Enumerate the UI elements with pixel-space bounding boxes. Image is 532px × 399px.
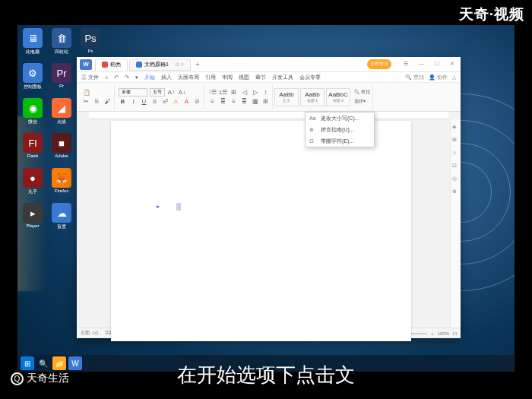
page-count: 页面: 1/1 [81, 330, 99, 337]
close-button[interactable]: ✕ [447, 59, 458, 69]
menu-item[interactable]: 开发工具 [272, 74, 293, 81]
wps-logo-icon: W [80, 59, 92, 70]
size-select[interactable]: 五号 [150, 88, 165, 97]
style-preset[interactable]: AaBb标题 1 [300, 88, 325, 106]
shading[interactable]: ▦ [251, 97, 259, 106]
menu-item[interactable]: 章节 [255, 74, 266, 81]
page[interactable]: ▸ [111, 121, 411, 341]
maximize-button[interactable]: ☐ [432, 59, 442, 69]
inc-indent[interactable]: ▷ [251, 88, 259, 97]
dropdown-item[interactable]: Aa更改大小写(C)... [306, 112, 374, 124]
menu-item[interactable]: 三 文件 [81, 74, 99, 81]
wps-titlebar: W 稻壳 文档原稿1⊙ × + 立即登录 ☰ — ☐ ✕ [77, 57, 461, 72]
menu-item[interactable]: ↶ [114, 74, 119, 81]
desktop-icon[interactable]: 🖥此电脑 [19, 28, 46, 59]
underline-button[interactable]: U [140, 97, 148, 106]
desktop-icon[interactable]: ☁百度 [48, 203, 75, 233]
multi-list[interactable]: ⊞ [230, 88, 238, 97]
cut-button[interactable]: ✂ [82, 97, 90, 106]
wps-window: W 稻壳 文档原稿1⊙ × + 立即登录 ☰ — ☐ ✕ 三 文件⌂↶↷▾开始插… [77, 57, 461, 338]
desktop-icon[interactable]: 🗑回收站 [48, 28, 75, 59]
menu-item[interactable]: ▾ [135, 74, 138, 81]
tab-add[interactable]: + [192, 60, 203, 68]
desktop-icon[interactable]: FlFlash [19, 133, 46, 163]
align-left[interactable]: ≡ [208, 97, 217, 106]
wps-menubar: 三 文件⌂↶↷▾开始插入页面布局引用审阅视图章节开发工具会员专享 🔍 查找 👤 … [77, 72, 461, 83]
monitor-frame: 🖥此电脑🗑回收站PsPs⚙控制面板PrPr🐧腾讯QQ◉微信◢火绒♪网易云FlFl… [6, 4, 526, 385]
strike-button[interactable]: S [150, 97, 159, 106]
side-tool-icon[interactable]: ⊞ [452, 137, 459, 144]
style-preset[interactable]: AaBb正文 [274, 88, 299, 106]
clear-format[interactable]: ⊘ [193, 97, 201, 106]
menu-item[interactable]: ↷ [125, 74, 129, 81]
menu-item[interactable]: 引用 [205, 74, 216, 81]
share-icon[interactable]: △ [452, 74, 456, 81]
menu-icon[interactable]: ☰ [401, 59, 411, 69]
desktop-icon[interactable]: PrPr [48, 63, 75, 93]
menu-item[interactable]: ⌂ [105, 74, 108, 80]
premium-badge[interactable]: 立即登录 [367, 59, 391, 69]
desktop-icon[interactable]: ●丸子 [19, 168, 46, 198]
watermark-logo-icon: Q [11, 372, 24, 385]
tab-document[interactable]: 文档原稿1⊙ × [129, 59, 191, 71]
bullet-list[interactable]: ⁝☰ [208, 88, 217, 97]
desktop-icon[interactable]: ◉微信 [19, 98, 46, 128]
paste-button[interactable]: 📋 [82, 88, 90, 97]
italic-button[interactable]: I [129, 97, 138, 106]
wps-ribbon: 📋 ✂ ⎘ 🖌 宋体 五号 A↑ A↓ B [77, 83, 461, 112]
subtitle-caption: 在开始选项下点击文 [0, 362, 532, 388]
dec-indent[interactable]: ◁ [240, 88, 249, 97]
desktop-icon[interactable]: ⚙控制面板 [19, 63, 46, 93]
dropdown-item[interactable]: ⊕拼音指南(U)... [306, 124, 374, 135]
menu-item[interactable]: 页面布局 [178, 74, 199, 81]
coop-link[interactable]: 👤 协作 [429, 74, 448, 81]
zoom-in[interactable]: + [431, 331, 434, 336]
desktop-icon[interactable]: PsPs [77, 28, 104, 59]
highlight-button[interactable]: A [172, 97, 180, 106]
align-justify[interactable]: ≣ [240, 97, 249, 106]
select-button[interactable]: 选择▾ [354, 97, 366, 106]
side-tool-icon[interactable]: ◈ [452, 124, 459, 131]
side-tool-icon[interactable]: ☼ [452, 150, 459, 157]
desktop-icon[interactable]: ◢火绒 [48, 98, 75, 128]
minimize-button[interactable]: — [416, 59, 427, 69]
text-selection [176, 203, 181, 211]
font-select[interactable]: 宋体 [119, 88, 147, 97]
zoom-level[interactable]: 100% [438, 331, 449, 336]
side-tool-icon[interactable]: ⊕ [452, 188, 459, 195]
dropdown-item[interactable]: ⊡带圈字符(E)... [306, 135, 374, 147]
find-button[interactable]: 🔍 查找 [354, 88, 370, 97]
menu-item[interactable]: 开始 [144, 74, 155, 81]
menu-right: 🔍 查找 👤 协作 △ [405, 74, 456, 81]
font-color-button[interactable]: A [182, 97, 191, 106]
clipboard-group: 📋 ✂ ⎘ 🖌 [80, 85, 115, 109]
bold-button[interactable]: B [119, 97, 127, 106]
copy-button[interactable]: ⎘ [93, 97, 101, 106]
search-link[interactable]: 🔍 查找 [405, 74, 424, 81]
shrink-font[interactable]: A↓ [178, 88, 186, 97]
line-spacing[interactable]: ↕ [261, 88, 270, 97]
watermark-bottom: Q 天奇生活 [11, 372, 69, 385]
side-tool-icon[interactable]: ◎ [452, 176, 459, 182]
desktop-icon[interactable]: ■Adobe [48, 133, 75, 163]
align-center[interactable]: ≣ [219, 97, 227, 106]
style-preset[interactable]: AaBbC标题 2 [326, 88, 350, 106]
menu-item[interactable]: 插入 [161, 74, 172, 81]
desktop-screen: 🖥此电脑🗑回收站PsPs⚙控制面板PrPr🐧腾讯QQ◉微信◢火绒♪网易云FlFl… [17, 25, 515, 372]
grow-font[interactable]: A↑ [167, 88, 176, 97]
number-list[interactable]: 1☰ [219, 88, 227, 97]
menu-item[interactable]: 视图 [239, 74, 249, 81]
window-controls: 立即登录 ☰ — ☐ ✕ [367, 59, 458, 69]
align-right[interactable]: ≡ [230, 97, 238, 106]
borders[interactable]: ⊞ [261, 97, 270, 106]
desktop-icon[interactable]: ▸Player [19, 203, 46, 233]
format-painter[interactable]: 🖌 [103, 97, 112, 106]
menu-item[interactable]: 审阅 [222, 74, 233, 81]
desktop-icon[interactable]: 🦊Firefox [48, 168, 75, 198]
fit-button[interactable]: ⊡ [453, 331, 457, 336]
tab-home[interactable]: 稻壳 [95, 59, 128, 71]
superscript-button[interactable]: x² [161, 97, 169, 106]
menu-item[interactable]: 会员专享 [299, 74, 321, 81]
editing-group: 🔍 查找 选择▾ [352, 85, 373, 109]
side-tool-icon[interactable]: ⊡ [452, 163, 459, 169]
